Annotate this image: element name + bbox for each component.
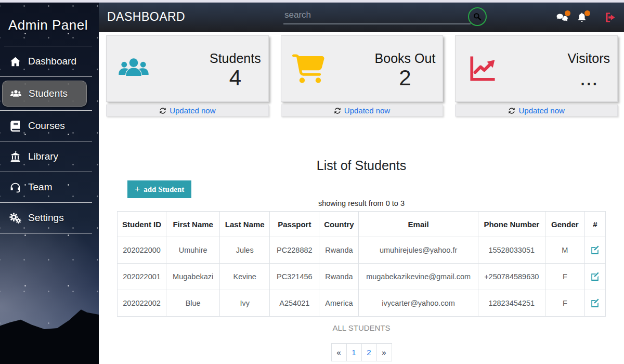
notifications-button[interactable]: [576, 12, 588, 23]
pagination-prev[interactable]: «: [331, 343, 347, 361]
cell-first-name: Blue: [166, 290, 220, 317]
cell-passport: PC228882: [270, 237, 319, 264]
edit-student-button[interactable]: [590, 298, 600, 309]
cell-first-name: Umuhire: [166, 237, 220, 264]
search-box: [283, 8, 471, 24]
sign-out-button[interactable]: [604, 11, 617, 23]
card-value: 2: [399, 66, 411, 90]
main-area: DASHBOARD: [99, 3, 624, 364]
sidebar-item-team[interactable]: Team: [0, 172, 92, 202]
cell-email: mugabekazikevine@gmail.com: [359, 264, 478, 290]
sidebar-item-label: Students: [29, 88, 68, 99]
table-row: 202022000 Umuhire Jules PC228882 Rwanda …: [118, 237, 606, 264]
sidebar-item-dashboard[interactable]: Dashboard: [0, 46, 92, 76]
sign-out-icon: [604, 11, 617, 23]
cell-gender: M: [545, 237, 584, 264]
pagination-next[interactable]: »: [376, 343, 392, 361]
table-row: 202022001 Mugabekazi Kevine PC321456 Rwa…: [118, 264, 606, 290]
cell-student-id: 202022000: [118, 237, 166, 264]
cell-gender: F: [545, 290, 584, 317]
messages-button[interactable]: [556, 12, 568, 23]
cell-country: America: [319, 290, 359, 317]
add-student-button[interactable]: + add Student: [127, 180, 191, 198]
col-passport: Passport: [270, 212, 319, 237]
col-student-id: Student ID: [118, 212, 166, 237]
col-email: Email: [359, 212, 478, 237]
col-phone: Phone Number: [478, 212, 545, 237]
sidebar-item-settings[interactable]: Settings: [0, 203, 92, 233]
page-title: DASHBOARD: [107, 10, 185, 24]
refresh-icon: [159, 107, 166, 114]
cell-phone: 12823454251: [478, 290, 545, 317]
sidebar: Admin Panel Dashboard Students Courses L…: [0, 3, 99, 364]
cart-icon: [292, 54, 324, 84]
cell-first-name: Mugabekazi: [166, 264, 220, 290]
student-table-body: 202022000 Umuhire Jules PC228882 Rwanda …: [118, 237, 606, 317]
cell-passport: PC321456: [270, 264, 319, 290]
edit-student-button[interactable]: [590, 245, 600, 256]
pagination-page-1[interactable]: 1: [346, 343, 362, 361]
table-header-row: Student ID First Name Last Name Passport…: [118, 212, 606, 237]
home-icon: [9, 56, 21, 67]
refresh-icon: [334, 107, 341, 114]
book-icon: [9, 121, 21, 132]
sidebar-item-label: Library: [28, 151, 58, 162]
updated-label: Updated now: [170, 106, 215, 115]
search-button[interactable]: [468, 7, 487, 26]
gears-icon: [9, 213, 21, 224]
sidebar-title: Admin Panel: [4, 3, 92, 46]
col-actions: #: [584, 212, 605, 237]
col-country: Country: [319, 212, 359, 237]
cell-student-id: 202022001: [118, 264, 166, 290]
col-gender: Gender: [545, 212, 584, 237]
cell-passport: A254021: [270, 290, 319, 317]
sidebar-item-label: Dashboard: [28, 56, 76, 67]
card-title: Students: [210, 51, 261, 66]
pagination: « 1 2 »: [117, 343, 606, 361]
university-icon: [9, 151, 21, 162]
cell-phone: +250784589630: [478, 264, 545, 290]
students-section: + add Student showing result from 0 to 3…: [117, 173, 606, 361]
col-first-name: First Name: [166, 212, 220, 237]
section-heading: List of Students: [99, 158, 624, 173]
sidebar-item-label: Team: [28, 181, 52, 193]
headset-icon: [9, 182, 21, 193]
topbar: DASHBOARD: [99, 3, 624, 32]
card-value: 4: [229, 66, 241, 90]
students-card: Students 4: [106, 35, 269, 102]
card-title: Visitors: [568, 51, 610, 66]
sidebar-item-courses[interactable]: Courses: [0, 111, 92, 141]
updated-label: Updated now: [518, 106, 564, 115]
students-card-footer[interactable]: Updated now: [106, 105, 269, 116]
pagination-page-2[interactable]: 2: [361, 343, 377, 361]
books-card-footer[interactable]: Updated now: [281, 105, 444, 116]
visitors-card-footer[interactable]: Updated now: [455, 105, 618, 116]
sidebar-item-label: Settings: [28, 212, 64, 224]
table-row: 202022002 Blue Ivy A254021 America ivyca…: [118, 290, 606, 317]
sidebar-item-students[interactable]: Students: [2, 81, 87, 107]
sidebar-item-library[interactable]: Library: [0, 141, 92, 172]
cell-country: Rwanda: [319, 264, 359, 290]
cell-gender: F: [545, 264, 584, 290]
users-icon: [118, 54, 150, 84]
content: Students 4 Updated now: [99, 32, 624, 364]
chart-line-icon: [466, 54, 499, 84]
add-student-label: add Student: [144, 185, 184, 194]
search-icon: [473, 12, 482, 21]
cell-last-name: Jules: [220, 237, 270, 264]
students-table: Student ID First Name Last Name Passport…: [117, 211, 606, 317]
stat-cards-row: Students 4 Updated now: [99, 32, 624, 116]
result-count-text: showing result from 0 to 3: [117, 199, 606, 207]
search-input[interactable]: [283, 8, 471, 24]
messages-badge: [565, 10, 570, 16]
cell-last-name: Ivy: [220, 290, 270, 317]
cell-actions: [584, 237, 605, 264]
visitors-card: Visitors ...: [455, 35, 618, 102]
updated-label: Updated now: [344, 106, 390, 115]
cell-last-name: Kevine: [220, 264, 270, 290]
app-window: Admin Panel Dashboard Students Courses L…: [0, 3, 624, 364]
cell-actions: [584, 264, 605, 290]
books-out-card: Books Out 2: [281, 35, 444, 102]
edit-icon: [590, 271, 600, 281]
edit-student-button[interactable]: [590, 271, 600, 282]
